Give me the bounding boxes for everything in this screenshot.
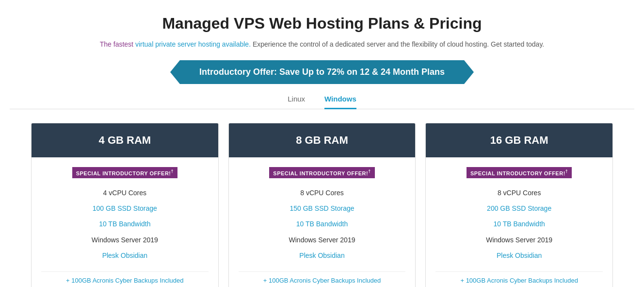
plan-body-4gb: SPECIAL INTRODUCTORY OFFER!† 4 vCPU Core… bbox=[32, 157, 218, 287]
page-title: Managed VPS Web Hosting Plans & Pricing bbox=[10, 15, 634, 33]
plan-header-16gb: 16 GB RAM bbox=[426, 123, 612, 157]
plan-feature-vcpu-16gb: 8 vCPU Cores bbox=[435, 185, 603, 201]
plan-feature-vcpu-4gb: 4 vCPU Cores bbox=[41, 185, 209, 201]
plan-feature-storage-4gb: 100 GB SSD Storage bbox=[41, 201, 209, 216]
plan-feature-storage-16gb: 200 GB SSD Storage bbox=[435, 201, 603, 216]
plan-feature-os-4gb: Windows Server 2019 bbox=[41, 232, 209, 248]
plan-feature-vcpu-8gb: 8 vCPU Cores bbox=[239, 185, 406, 201]
plan-backups-16gb: + 100GB Acronis Cyber Backups Included bbox=[435, 271, 603, 284]
promo-banner: Introductory Offer: Save Up to 72% on 12… bbox=[170, 60, 474, 84]
subtitle-purple: The fastest bbox=[100, 40, 135, 48]
plan-header-8gb: 8 GB RAM bbox=[229, 123, 416, 157]
special-offer-badge-16gb: SPECIAL INTRODUCTORY OFFER!† bbox=[467, 167, 572, 178]
subtitle-blue: virtual private server hosting available… bbox=[135, 40, 251, 48]
plan-card-4gb: 4 GB RAM SPECIAL INTRODUCTORY OFFER!† 4 … bbox=[31, 123, 219, 287]
plan-feature-os-8gb: Windows Server 2019 bbox=[239, 232, 406, 248]
plan-backups-8gb: + 100GB Acronis Cyber Backups Included bbox=[239, 271, 406, 284]
plans-grid: 4 GB RAM SPECIAL INTRODUCTORY OFFER!† 4 … bbox=[31, 123, 613, 287]
plan-feature-storage-8gb: 150 GB SSD Storage bbox=[239, 201, 406, 216]
plan-feature-plesk-16gb: Plesk Obsidian bbox=[435, 248, 603, 263]
plan-feature-bandwidth-4gb: 10 TB Bandwidth bbox=[41, 216, 209, 232]
page-subtitle: The fastest virtual private server hosti… bbox=[10, 39, 634, 50]
special-offer-badge-8gb: SPECIAL INTRODUCTORY OFFER!† bbox=[269, 167, 374, 178]
plan-backups-4gb: + 100GB Acronis Cyber Backups Included bbox=[41, 271, 209, 284]
plan-feature-os-16gb: Windows Server 2019 bbox=[435, 232, 603, 248]
plan-feature-plesk-4gb: Plesk Obsidian bbox=[41, 248, 209, 263]
subtitle-rest: Experience the control of a dedicated se… bbox=[251, 40, 544, 48]
os-tabs: Linux Windows bbox=[10, 95, 634, 109]
special-offer-badge-4gb: SPECIAL INTRODUCTORY OFFER!† bbox=[72, 167, 177, 178]
plan-feature-plesk-8gb: Plesk Obsidian bbox=[239, 248, 406, 263]
plan-header-4gb: 4 GB RAM bbox=[32, 123, 218, 157]
tab-windows[interactable]: Windows bbox=[324, 95, 356, 109]
plan-body-8gb: SPECIAL INTRODUCTORY OFFER!† 8 vCPU Core… bbox=[229, 157, 416, 287]
plan-card-16gb: 16 GB RAM SPECIAL INTRODUCTORY OFFER!† 8… bbox=[425, 123, 613, 287]
plan-card-8gb: 8 GB RAM SPECIAL INTRODUCTORY OFFER!† 8 … bbox=[228, 123, 416, 287]
plan-body-16gb: SPECIAL INTRODUCTORY OFFER!† 8 vCPU Core… bbox=[426, 157, 612, 287]
plan-feature-bandwidth-16gb: 10 TB Bandwidth bbox=[435, 216, 603, 232]
tab-linux[interactable]: Linux bbox=[288, 95, 305, 109]
promo-banner-wrapper: Introductory Offer: Save Up to 72% on 12… bbox=[10, 60, 634, 84]
plan-feature-bandwidth-8gb: 10 TB Bandwidth bbox=[239, 216, 406, 232]
